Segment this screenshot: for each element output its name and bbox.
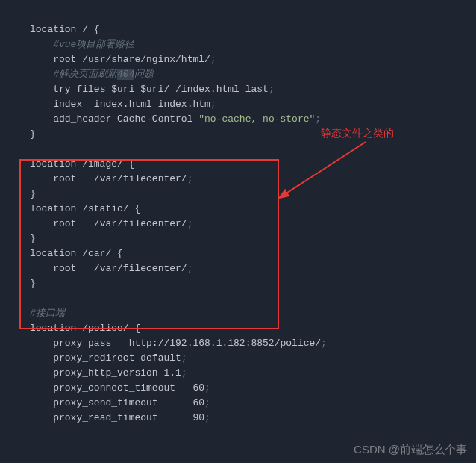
code-line: proxy_pass http://192.168.1.182:8852/pol… — [30, 338, 327, 349]
code-line: location /static/ { — [30, 203, 140, 214]
annotation-label: 静态文件之类的 — [321, 127, 394, 140]
code-line: #接口端 — [30, 308, 65, 319]
code-line: proxy_connect_timeout 60; — [30, 382, 210, 394]
code-line: root /var/filecenter/; — [30, 218, 192, 229]
code-line: } — [30, 278, 36, 289]
code-block: location / { #vue项目部署路径 root /usr/share/… — [0, 0, 476, 426]
code-line: proxy_redirect default; — [30, 352, 187, 364]
code-line: location / { — [30, 24, 100, 35]
code-line: location /police/ { — [30, 323, 140, 334]
code-line: root /var/filecenter/; — [30, 173, 192, 184]
code-line: } — [30, 188, 36, 199]
code-line: location /car/ { — [30, 248, 123, 259]
code-line: try_files $uri $uri/ /index.html last; — [30, 84, 275, 95]
code-line: location /image/ { — [30, 158, 134, 170]
code-line: proxy_http_version 1.1; — [30, 367, 187, 379]
code-line: #vue项目部署路径 — [30, 39, 134, 50]
code-line — [30, 143, 36, 155]
code-line — [30, 293, 36, 304]
code-line: } — [30, 233, 36, 244]
code-line: root /var/filecenter/; — [30, 263, 192, 274]
code-line: root /usr/share/nginx/html/; — [30, 54, 216, 65]
code-line: proxy_read_timeout 90; — [30, 412, 210, 423]
code-line: proxy_send_timeout 60; — [30, 397, 210, 408]
code-line: add_header Cache-Control "no-cache, no-s… — [30, 114, 321, 125]
code-line: #解决页面刷新404问题 — [30, 69, 154, 80]
watermark: CSDN @前端怎么个事 — [354, 443, 467, 457]
code-line: } — [30, 128, 36, 140]
code-line: index index.html index.htm; — [30, 99, 216, 110]
